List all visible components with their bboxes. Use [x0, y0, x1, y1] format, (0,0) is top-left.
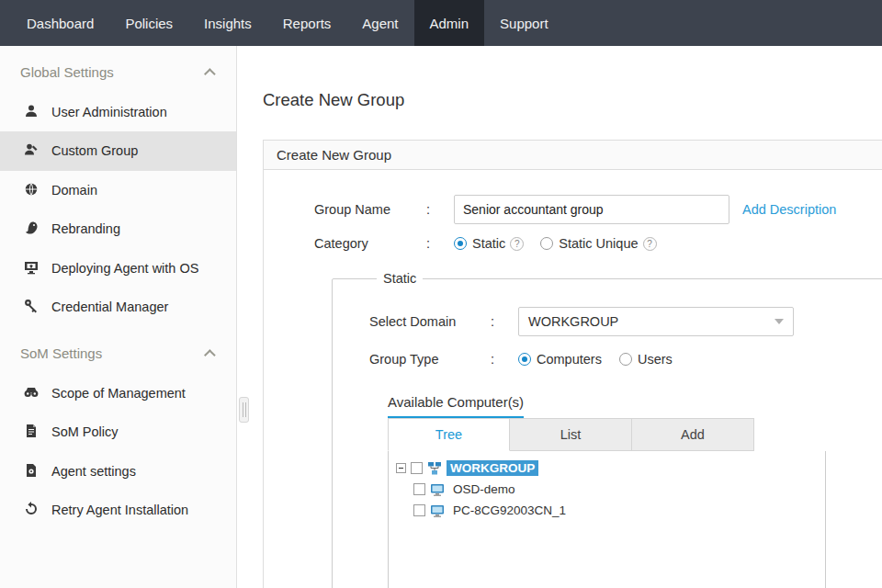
radio-users-label: Users [638, 352, 673, 367]
radio-users[interactable] [619, 353, 632, 366]
sidebar-item-label: Credential Manager [51, 297, 168, 317]
radio-static-unique[interactable] [540, 237, 553, 250]
node-checkbox[interactable] [413, 483, 425, 495]
group-name-input[interactable] [454, 195, 729, 224]
user-icon [24, 104, 40, 119]
select-domain-dropdown[interactable]: WORKGROUP [518, 307, 794, 336]
colon: : [491, 314, 518, 329]
colon: : [491, 352, 518, 367]
help-icon[interactable]: ? [510, 237, 524, 251]
tree-list-add-tabs: Tree List Add [388, 418, 882, 451]
add-description-link[interactable]: Add Description [742, 202, 836, 217]
computer-tree: WORKGROUP OSD-demo PC-8CG92003CN_1 [388, 451, 826, 588]
radio-static-label: Static [472, 236, 505, 251]
page-title: Create New Group [263, 90, 882, 110]
sidebar-item-retry-agent-installation[interactable]: Retry Agent Installation [0, 491, 236, 529]
available-computers-tab-label[interactable]: Available Computer(s) [388, 394, 524, 418]
sidebar: Global Settings User Administration Cust… [0, 46, 237, 588]
sidebar-item-label: Deploying Agent with OS [51, 258, 198, 278]
chevron-up-icon [204, 68, 216, 80]
nav-item-agent[interactable]: Agent [346, 0, 413, 46]
sidebar-section-global-settings[interactable]: Global Settings [0, 46, 236, 93]
nav-item-policies[interactable]: Policies [109, 0, 188, 46]
sidebar-item-scope-of-management[interactable]: Scope of Management [0, 374, 236, 413]
scope-icon [24, 385, 40, 400]
sidebar-item-label: SoM Policy [51, 422, 119, 442]
tree-root-row[interactable]: WORKGROUP [396, 458, 825, 479]
select-domain-row: Select Domain : WORKGROUP [369, 307, 882, 336]
tree-node-pc[interactable]: PC-8CG92003CN_1 [449, 503, 570, 518]
select-domain-value: WORKGROUP [528, 314, 618, 329]
credential-icon [24, 299, 40, 313]
nav-item-dashboard[interactable]: Dashboard [11, 0, 109, 46]
radio-static-unique-label: Static Unique [559, 236, 638, 251]
node-checkbox[interactable] [413, 504, 425, 516]
tree-child-row[interactable]: PC-8CG92003CN_1 [413, 500, 825, 521]
computer-icon [430, 482, 445, 497]
group-name-label: Group Name [314, 202, 426, 217]
create-new-group-panel: Create New Group Group Name : Add Descri… [263, 140, 882, 588]
sidebar-item-label: Custom Group [51, 141, 138, 161]
tab-add[interactable]: Add [632, 418, 754, 451]
top-navigation: Dashboard Policies Insights Reports Agen… [0, 0, 882, 46]
select-domain-label: Select Domain [369, 314, 491, 329]
sidebar-item-label: Retry Agent Installation [51, 500, 188, 520]
sidebar-item-agent-settings[interactable]: Agent settings [0, 452, 236, 491]
section-title: Global Settings [20, 64, 114, 80]
category-label: Category [314, 236, 426, 251]
group-type-label: Group Type [369, 352, 491, 367]
sidebar-item-label: User Administration [51, 102, 167, 122]
nav-item-insights[interactable]: Insights [188, 0, 267, 46]
panel-header: Create New Group [264, 141, 882, 170]
sidebar-item-som-policy[interactable]: SoM Policy [0, 413, 236, 451]
collapse-node-icon[interactable] [396, 463, 406, 473]
sidebar-item-rebranding[interactable]: Rebranding [0, 209, 236, 248]
sidebar-resize-handle[interactable] [239, 397, 249, 423]
colon: : [426, 202, 454, 217]
chevron-up-icon [204, 349, 216, 361]
radio-static[interactable] [454, 237, 467, 250]
sidebar-item-label: Scope of Management [51, 383, 186, 403]
tab-list[interactable]: List [510, 418, 632, 451]
category-row: Category : Static ? Static Unique ? [314, 236, 882, 251]
retry-icon [24, 502, 40, 516]
tree-node-osd-demo[interactable]: OSD-demo [449, 481, 519, 497]
chevron-down-icon [775, 319, 784, 324]
sidebar-item-deploying-agent-with-os[interactable]: Deploying Agent with OS [0, 249, 236, 288]
section-title: SoM Settings [20, 345, 102, 361]
panel-title: Create New Group [277, 147, 391, 163]
sidebar-item-custom-group[interactable]: Custom Group [0, 131, 236, 170]
tree-node-workgroup[interactable]: WORKGROUP [447, 460, 538, 476]
sidebar-item-label: Domain [51, 180, 97, 200]
sidebar-item-domain[interactable]: Domain [0, 171, 236, 209]
main-content: Create New Group Create New Group Group … [238, 46, 882, 588]
nav-item-reports[interactable]: Reports [267, 0, 347, 46]
sidebar-item-label: Rebranding [51, 219, 120, 239]
static-fieldset: Static Select Domain : WORKGROUP Group T… [332, 271, 882, 588]
nav-item-admin[interactable]: Admin [414, 0, 485, 46]
radio-computers-label: Computers [537, 352, 602, 367]
help-icon[interactable]: ? [643, 237, 657, 251]
sidebar-item-label: Agent settings [51, 461, 136, 481]
group-type-row: Group Type : Computers Users [369, 352, 882, 367]
radio-computers[interactable] [518, 353, 531, 366]
sidebar-item-credential-manager[interactable]: Credential Manager [0, 288, 236, 326]
agent-settings-icon [24, 463, 40, 478]
sidebar-item-user-administration[interactable]: User Administration [0, 93, 236, 131]
policy-icon [24, 424, 40, 438]
nav-item-support[interactable]: Support [484, 0, 564, 46]
group-name-row: Group Name : Add Description [314, 195, 882, 224]
deploy-agent-icon [24, 260, 40, 275]
tree-child-row[interactable]: OSD-demo [413, 479, 825, 500]
root-checkbox[interactable] [411, 462, 423, 474]
rebranding-icon [24, 220, 40, 235]
colon: : [426, 236, 454, 251]
sidebar-section-som-settings[interactable]: SoM Settings [0, 327, 236, 374]
custom-group-icon [24, 142, 40, 157]
computer-icon [430, 503, 445, 518]
tab-tree[interactable]: Tree [388, 418, 510, 451]
static-fieldset-legend: Static [377, 271, 423, 286]
network-icon [427, 461, 442, 476]
domain-icon [24, 182, 40, 197]
